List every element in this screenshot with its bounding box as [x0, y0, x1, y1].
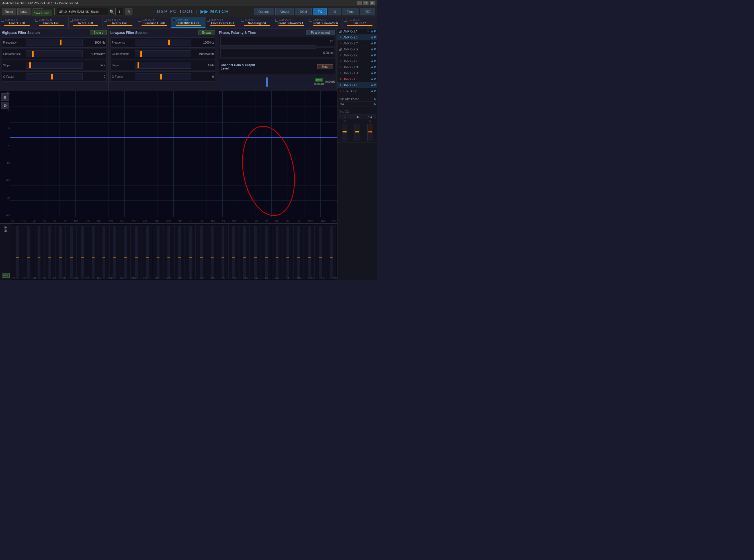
highpass-char-slider[interactable]	[26, 49, 83, 59]
eq-band-20k[interactable]	[326, 225, 336, 279]
channel-e[interactable]: AMP Out E Surround L Full	[137, 17, 171, 28]
phase-slider[interactable]	[220, 37, 317, 45]
fine-eq-q-slider[interactable]	[367, 124, 373, 141]
nav-virtual-button[interactable]: Virtual	[276, 8, 294, 15]
nav-outputs-button[interactable]: Outputs	[254, 8, 274, 15]
channel-j-checkbox[interactable]	[309, 19, 312, 22]
highpass-char-thumb[interactable]	[32, 51, 34, 57]
rst-button[interactable]: RST	[2, 273, 10, 278]
lowpass-slope-slider[interactable]	[135, 60, 191, 70]
highpass-freq-slider[interactable]	[26, 38, 83, 47]
highpass-char-track[interactable]	[26, 51, 83, 57]
eq-band-315[interactable]	[131, 225, 142, 279]
eq-band-50[interactable]	[44, 225, 55, 279]
lowpass-freq-slider[interactable]	[135, 38, 191, 47]
eq-band-32[interactable]	[23, 225, 33, 279]
highpass-bypass-button[interactable]: Bypass	[90, 30, 107, 35]
eq-band-10k[interactable]	[293, 225, 304, 279]
lowpass-bypass-button[interactable]: Bypass	[199, 30, 215, 35]
eq-band-800[interactable]	[174, 225, 185, 279]
highpass-slope-slider[interactable]	[26, 60, 83, 70]
channel-f[interactable]: AMP Out F Surround R Full	[171, 17, 206, 28]
highpass-slope-thumb[interactable]	[29, 62, 31, 68]
lowpass-freq-track[interactable]	[135, 39, 191, 46]
eq-band-3k1[interactable]	[239, 225, 250, 279]
minimize-button[interactable]: ─	[357, 1, 362, 5]
channel-k-checkbox[interactable]	[344, 19, 347, 22]
eq-band-100[interactable]	[77, 225, 87, 279]
channel-h-checkbox[interactable]	[241, 19, 244, 22]
highpass-freq-thumb[interactable]	[60, 40, 61, 45]
mute-button[interactable]: Mute	[317, 64, 333, 69]
lowpass-slope-thumb[interactable]	[138, 62, 139, 68]
eq-band-6k3[interactable]	[272, 225, 282, 279]
channel-i[interactable]: AMP Out I Front Subwoofer L	[274, 17, 308, 28]
nav-rta-button[interactable]: RTA	[360, 8, 375, 15]
rp-line-k[interactable]: ✎ Line Out K A P	[338, 88, 377, 94]
eq-band-2k5[interactable]	[228, 225, 239, 279]
lowpass-qfactor-track[interactable]	[135, 73, 191, 80]
eq-band-5k[interactable]	[261, 225, 271, 279]
graph-up-button[interactable]: ⇅	[1, 94, 9, 101]
highpass-qfactor-thumb[interactable]	[51, 74, 53, 79]
channel-i-checkbox[interactable]	[276, 19, 278, 22]
channel-a[interactable]: AMP Out A Front L Full	[0, 17, 34, 28]
rp-amp-h[interactable]: ✎ AMP Out H A P	[338, 71, 377, 76]
lowpass-slope-track[interactable]	[135, 62, 191, 69]
eq-band-63[interactable]	[55, 225, 66, 279]
lowpass-freq-thumb[interactable]	[168, 40, 170, 45]
channel-b[interactable]: AMP Out B Front R Full	[34, 17, 68, 28]
eq-band-40[interactable]	[34, 225, 44, 279]
preset-number[interactable]	[115, 8, 124, 15]
highpass-slope-track[interactable]	[26, 62, 83, 69]
channel-g[interactable]: AMP Out G Front Center Full	[206, 17, 240, 28]
preset-name-input[interactable]	[57, 8, 108, 15]
close-button[interactable]: ✕	[370, 1, 375, 5]
rp-amp-e[interactable]: ✎ AMP Out E A P	[338, 53, 377, 58]
eq-band-25[interactable]	[12, 225, 22, 279]
save-store-button[interactable]: Save&Store	[32, 11, 52, 16]
eq-band-250[interactable]	[120, 225, 131, 279]
eq-band-400[interactable]	[142, 225, 152, 279]
polarity-button[interactable]: Polarity normal	[306, 30, 335, 35]
eq-band-1k[interactable]	[185, 225, 196, 279]
channel-h[interactable]: AMP Out H Not assigned	[240, 17, 274, 28]
rp-amp-c[interactable]: ✎ AMP Out C A P	[338, 40, 377, 46]
channel-b-checkbox[interactable]	[35, 19, 38, 22]
eq-band-630[interactable]	[163, 225, 174, 279]
highpass-qfactor-slider[interactable]	[26, 72, 83, 81]
rp-amp-a[interactable]: 🔊 AMP Out A ✎ A P	[338, 28, 377, 35]
highpass-qfactor-track[interactable]	[26, 73, 83, 80]
lowpass-char-track[interactable]	[135, 51, 191, 57]
rp-amp-i[interactable]: ✎ AMP Out I A P	[338, 76, 377, 82]
channel-g-checkbox[interactable]	[207, 19, 209, 22]
rp-amp-j[interactable]: ✎ AMP Out J A P	[338, 82, 377, 88]
search-icon[interactable]: 🔍	[109, 9, 114, 14]
channel-k[interactable]: Line Out K Line Out 1	[343, 17, 377, 28]
eq-band-500[interactable]	[152, 225, 163, 279]
rta-row[interactable]: RTA A	[338, 102, 377, 107]
eq-band-200[interactable]	[109, 225, 120, 279]
nav-dcm-button[interactable]: DCM	[295, 8, 312, 15]
rp-amp-b[interactable]: ✎ AMP Out B A P	[338, 35, 377, 40]
nav-fx-button[interactable]: FX	[313, 8, 327, 15]
lowpass-qfactor-slider[interactable]	[135, 72, 191, 81]
eq-band-1k6[interactable]	[207, 225, 217, 279]
load-button[interactable]: Load	[17, 8, 30, 15]
eq-band-16k[interactable]	[315, 225, 325, 279]
rp-amp-d[interactable]: 🔊 AMP Out D A P	[338, 46, 377, 53]
rp-amp-f[interactable]: ✎ AMP Out F A P	[338, 58, 377, 64]
highpass-freq-track[interactable]	[26, 39, 83, 46]
eq-band-2k[interactable]	[218, 225, 228, 279]
channel-c-checkbox[interactable]	[70, 19, 73, 22]
eq-band-8k[interactable]	[283, 225, 293, 279]
channel-d[interactable]: AMP Out D Rear R Full	[103, 17, 137, 28]
lowpass-char-thumb[interactable]	[140, 51, 142, 57]
lowpass-qfactor-thumb[interactable]	[160, 74, 162, 79]
gain-slider[interactable]	[219, 77, 313, 87]
eq-band-1k2[interactable]	[196, 225, 206, 279]
nav-io-button[interactable]: IO	[328, 8, 341, 15]
eq-band-12k5[interactable]	[304, 225, 314, 279]
channel-e-checkbox[interactable]	[138, 19, 141, 22]
eq-band-125[interactable]	[88, 225, 98, 279]
